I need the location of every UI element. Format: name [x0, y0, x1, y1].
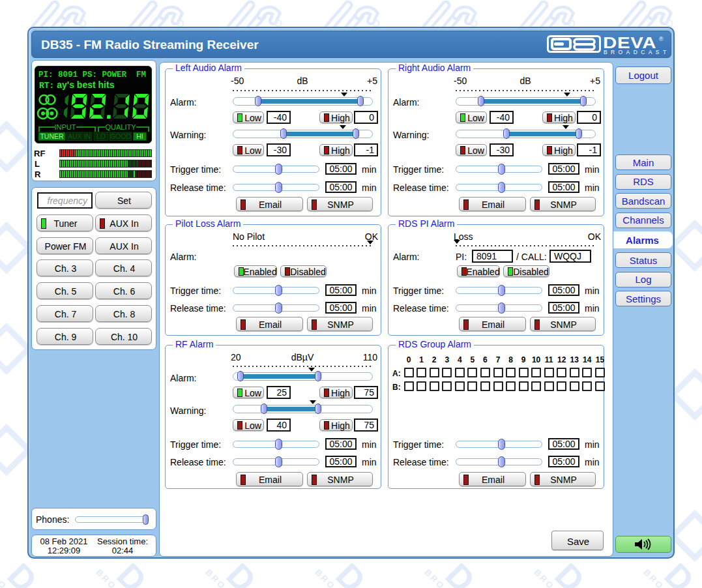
svg-text:QUALITY: QUALITY	[105, 123, 136, 131]
svg-text:INPUT: INPUT	[55, 123, 76, 131]
svg-text:HI: HI	[136, 132, 143, 140]
svg-text:GOOD: GOOD	[110, 132, 132, 140]
svg-text:TUNER: TUNER	[40, 132, 64, 140]
svg-text:LO: LO	[96, 132, 106, 140]
svg-text:AUX IN: AUX IN	[68, 132, 91, 140]
